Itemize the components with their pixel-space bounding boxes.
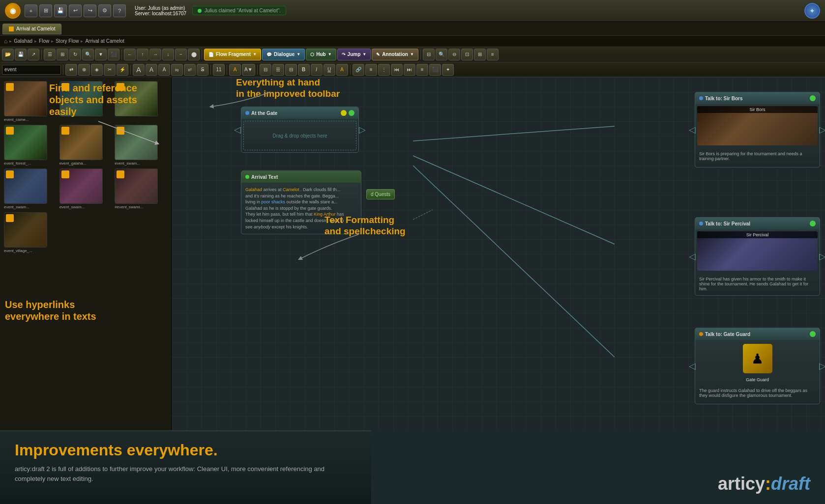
list-item[interactable]: #event_swami... <box>115 168 167 209</box>
gate-guard-node[interactable]: Talk to: Gate Guard ◁ ♟ Gate Guard The g… <box>695 328 820 404</box>
breadcrumb-arrival[interactable]: Arrival at Camelot <box>85 38 124 44</box>
at-gate-node[interactable]: At the Gate ◁ Drag & drop objects here ▷ <box>241 107 359 153</box>
tb-view1[interactable]: ⊡ <box>461 49 473 60</box>
tb-grid[interactable]: ⊞ <box>57 49 68 60</box>
canvas-area[interactable]: At the Gate ◁ Drag & drop objects here ▷… <box>172 77 825 430</box>
tb-nav-prev[interactable]: ← <box>124 49 136 60</box>
breadcrumb-galahad[interactable]: Galahad <box>14 38 32 44</box>
tb2-skip-fwd[interactable]: ⏭ <box>404 64 415 76</box>
list-item[interactable]: event_swam... <box>4 168 57 209</box>
tb2-subscript[interactable]: x₂ <box>171 64 183 76</box>
sir-bors-arrow-right[interactable]: ▷ <box>818 124 825 135</box>
tb-minus[interactable]: − <box>175 49 187 60</box>
tb2-misc3[interactable]: ⬛ <box>429 64 441 76</box>
tb2-align-center[interactable]: ☰ <box>272 64 284 76</box>
tb2-btn5[interactable]: ⚡ <box>117 64 128 76</box>
user-avatar[interactable]: ✦ <box>804 3 820 19</box>
tb2-align-left[interactable]: ⊟ <box>260 64 271 76</box>
node-arrow-right[interactable]: ▷ <box>357 124 367 135</box>
sir-percival-node[interactable]: Talk to: Sir Percival ◁ Sir Percival Sir… <box>695 217 820 296</box>
tb-nav-up[interactable]: ↑ <box>137 49 148 60</box>
search-input[interactable] <box>2 65 61 75</box>
sir-percival-arrow-left[interactable]: ◁ <box>687 251 697 262</box>
tb2-btn1[interactable]: ⇄ <box>65 64 77 76</box>
tab-arrival-at-camelot[interactable]: Arrival at Camelot <box>2 24 61 34</box>
annotation-button[interactable]: ✎ Annotation ▼ <box>372 49 418 60</box>
tool-btn-add[interactable]: + <box>25 4 37 17</box>
tb-filter[interactable]: ▼ <box>95 49 107 60</box>
sir-bors-node[interactable]: Talk to: Sir Bors ◁ Sir Bors Sir Bors is… <box>695 92 820 168</box>
tb-view3[interactable]: ≡ <box>487 49 499 60</box>
tool-btn-redo[interactable]: ↪ <box>84 4 96 17</box>
tb-stop[interactable]: ⬤ <box>188 49 200 60</box>
tb2-skip-back[interactable]: ⏮ <box>391 64 403 76</box>
tb2-list[interactable]: ≡ <box>365 64 377 76</box>
sir-percival-arrow-right[interactable]: ▷ <box>818 251 825 262</box>
tb2-misc4[interactable]: ✦ <box>442 64 454 76</box>
tb-view2[interactable]: ⊞ <box>474 49 486 60</box>
tb2-underline[interactable]: U <box>324 64 335 76</box>
tb-export[interactable]: ↗ <box>28 49 39 60</box>
tb-nav-down[interactable]: ↓ <box>162 49 174 60</box>
list-item[interactable]: event_galaha... <box>59 125 112 166</box>
asset-icon-6 <box>117 127 124 135</box>
text-node[interactable]: Arrival Text Galahad arrives at Camelot … <box>241 170 361 234</box>
tb-nav-next[interactable]: → <box>149 49 161 60</box>
quest-node[interactable]: d Quests <box>366 189 395 199</box>
asset-label-4: event_forest_... <box>4 161 57 166</box>
tb-align[interactable]: ⊟ <box>423 49 435 60</box>
list-item[interactable]: event_village_... <box>4 212 57 253</box>
node-arrow-left[interactable]: ◁ <box>233 124 242 135</box>
tb2-bold[interactable]: B <box>298 64 310 76</box>
tb-misc[interactable]: ⬛ <box>108 49 119 60</box>
tb2-strikethrough[interactable]: S <box>197 64 208 76</box>
promo-headline: Improvements everywhere. <box>15 441 356 459</box>
tool-btn-help[interactable]: ? <box>113 4 126 17</box>
tb2-font-a-sm[interactable]: A <box>158 64 170 76</box>
list-item[interactable]: event_came... <box>4 81 57 122</box>
tb2-font-size[interactable]: 11 <box>213 64 225 76</box>
tb2-link[interactable]: 🔗 <box>353 64 364 76</box>
list-item[interactable] <box>115 81 167 122</box>
tb2-misc1[interactable]: ⋮ <box>378 64 390 76</box>
tb2-align-right[interactable]: ⊟ <box>285 64 297 76</box>
hub-button[interactable]: ⬡ Hub ▼ <box>306 49 336 60</box>
tb2-font-a-md[interactable]: A <box>146 64 157 76</box>
tb2-color-b[interactable]: A▼ <box>242 64 255 76</box>
tb2-btn2[interactable]: ⊕ <box>78 64 90 76</box>
tb2-btn4[interactable]: ✂ <box>104 64 116 76</box>
gate-guard-arrow-left[interactable]: ◁ <box>687 361 697 371</box>
dialogue-button[interactable]: 💬 Dialogue ▼ <box>262 49 305 60</box>
tb2-misc2[interactable]: ≡ <box>416 64 428 76</box>
tb-search[interactable]: 🔍 <box>82 49 94 60</box>
tool-btn-undo[interactable]: ↩ <box>69 4 82 17</box>
tool-btn-save[interactable]: 💾 <box>54 4 67 17</box>
tb-open[interactable]: 📂 <box>2 49 14 60</box>
tb2-btn3[interactable]: ◈ <box>91 64 103 76</box>
tool-btn-grid[interactable]: ⊞ <box>39 4 52 17</box>
gate-guard-arrow-right[interactable]: ▷ <box>818 361 825 371</box>
drag-drop-area[interactable]: Drag & drop objects here <box>243 121 356 150</box>
breadcrumb-flow[interactable]: Flow <box>39 38 49 44</box>
tb2-color-a[interactable]: A <box>229 64 241 76</box>
list-item[interactable]: event_swam... <box>115 125 167 166</box>
tb-zoom-out[interactable]: ⊖ <box>448 49 460 60</box>
tb2-italic[interactable]: I <box>311 64 323 76</box>
tb-list[interactable]: ☰ <box>44 49 56 60</box>
list-item[interactable]: event_swam... <box>59 168 112 209</box>
list-item[interactable] <box>59 81 112 122</box>
tb-zoom-in[interactable]: 🔍 <box>436 49 447 60</box>
sir-bors-arrow-left[interactable]: ◁ <box>687 124 697 135</box>
tb-refresh[interactable]: ↻ <box>69 49 81 60</box>
breadcrumb-home[interactable]: ⌂ <box>4 38 7 45</box>
tool-btn-settings[interactable]: ⚙ <box>98 4 111 17</box>
tb2-font-a-lg[interactable]: A <box>133 64 145 76</box>
list-item[interactable]: event_forest_... <box>4 125 57 166</box>
flow-fragment-button[interactable]: 📄 Flow Fragment ▼ <box>204 49 261 60</box>
jump-button[interactable]: ↷ Jump ▼ <box>337 49 371 60</box>
tb2-superscript[interactable]: x² <box>184 64 196 76</box>
breadcrumb-story-flow[interactable]: Story Flow <box>56 38 79 44</box>
tb-save[interactable]: 💾 <box>15 49 27 60</box>
tb2-color-orange[interactable]: A <box>336 64 348 76</box>
app-logo[interactable]: ◉ <box>5 3 21 19</box>
